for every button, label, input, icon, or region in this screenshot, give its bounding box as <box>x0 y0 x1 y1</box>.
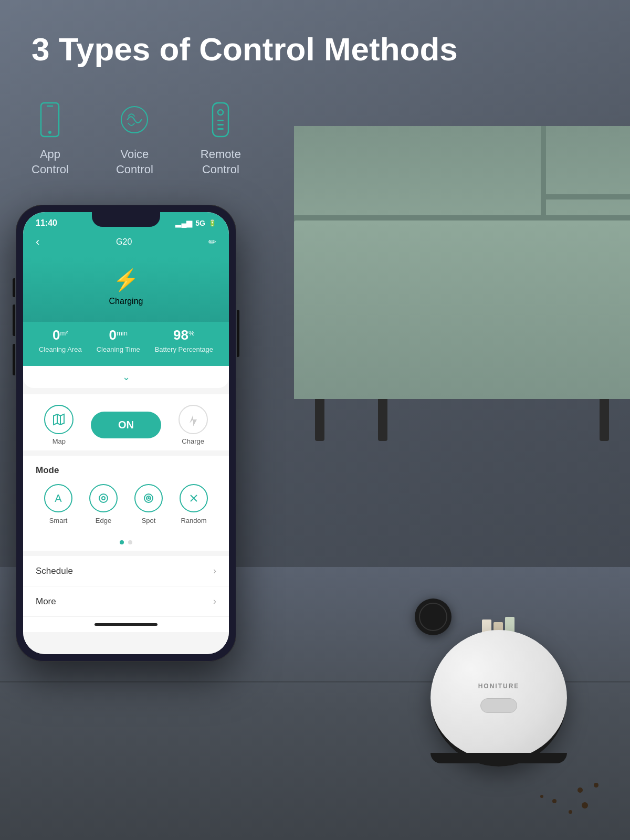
spot-mode-label: Spot <box>142 517 156 524</box>
home-bar <box>23 617 229 632</box>
random-mode-icon <box>180 484 208 512</box>
mode-icons-row: A Smart Edge <box>36 484 216 524</box>
debris-6 <box>540 795 543 798</box>
header-section: 3 Types of Control Methods AppControl <box>32 32 598 177</box>
cleaning-time-value: 0 <box>109 327 116 343</box>
status-time: 11:40 <box>36 218 57 228</box>
schedule-arrow-icon: › <box>213 565 216 576</box>
svg-point-15 <box>148 498 149 499</box>
cleaning-area-value: 0 <box>52 327 60 343</box>
battery-icon: 🔋 <box>208 219 216 227</box>
menu-rows: Schedule › More › <box>23 556 229 617</box>
cabinet-body <box>294 220 630 399</box>
debris-2 <box>552 799 556 803</box>
cleaning-area-unit: m² <box>60 329 68 337</box>
voice-control-label: VoiceControl <box>116 147 153 177</box>
svg-point-2 <box>48 131 51 134</box>
random-mode[interactable]: Random <box>180 484 208 524</box>
controls-row: Map ON Charge <box>23 394 229 450</box>
home-indicator <box>94 623 158 626</box>
phone-mute-button <box>13 278 15 297</box>
phone-screen: 11:40 ▂▄▆ 5G 🔋 ‹ G20 ✏ ⚡ Charging <box>23 212 229 654</box>
svg-point-12 <box>102 497 105 500</box>
remote-control-label: RemoteControl <box>201 147 241 177</box>
edge-mode-label: Edge <box>96 517 111 524</box>
more-arrow-icon: › <box>213 596 216 607</box>
dot-inactive <box>128 540 132 544</box>
charge-icon <box>178 405 208 434</box>
battery-percentage-stat: 98 % Battery Percentage <box>155 327 213 353</box>
map-icon <box>44 405 74 434</box>
charge-button[interactable]: Charge <box>178 405 208 445</box>
edge-mode-icon <box>89 484 118 512</box>
chevron-bar: ⌄ <box>23 366 229 388</box>
network-type: 5G <box>195 219 205 227</box>
debris-3 <box>582 802 588 808</box>
control-item-voice: VoiceControl <box>116 99 153 177</box>
random-mode-label: Random <box>181 517 206 524</box>
status-right: ▂▄▆ 5G 🔋 <box>175 219 216 227</box>
battery-percentage-value: 98 <box>173 327 188 343</box>
chevron-down-icon: ⌄ <box>122 371 130 383</box>
cleaning-time-unit: min <box>117 329 128 337</box>
app-control-label: AppControl <box>32 147 69 177</box>
phone-volume-up-button <box>13 304 15 336</box>
control-item-app: AppControl <box>32 99 69 177</box>
debris-5 <box>594 783 598 788</box>
cleaning-time-stat: 0 min Cleaning Time <box>97 327 140 353</box>
debris-4 <box>569 810 572 814</box>
stats-row: 0 m² Cleaning Area 0 min Cleaning Time 9… <box>23 322 229 366</box>
dot-active <box>120 540 124 544</box>
svg-point-5 <box>218 110 223 115</box>
app-content: ⌄ Map O <box>23 366 229 654</box>
mode-section: Mode A Smart <box>23 456 229 534</box>
edge-mode[interactable]: Edge <box>89 484 118 524</box>
schedule-menu-item[interactable]: Schedule › <box>23 556 229 586</box>
more-label: More <box>36 596 56 607</box>
smart-mode-icon: A <box>44 484 72 512</box>
svg-rect-8 <box>217 128 224 130</box>
charging-section: ⚡ Charging <box>23 257 229 322</box>
app-device-title: G20 <box>116 237 132 247</box>
app-header: ‹ G20 ✏ <box>23 231 229 257</box>
page-title: 3 Types of Control Methods <box>32 32 598 67</box>
cleaning-area-stat: 0 m² Cleaning Area <box>39 327 82 353</box>
signal-bars-icon: ▂▄▆ <box>175 219 192 227</box>
on-button[interactable]: ON <box>91 412 161 438</box>
phone-outer-frame: 11:40 ▂▄▆ 5G 🔋 ‹ G20 ✏ ⚡ Charging <box>16 205 236 662</box>
debris-1 <box>578 788 583 793</box>
pagination-dots <box>23 534 229 551</box>
phone-icon <box>34 99 66 141</box>
cleaning-area-label: Cleaning Area <box>39 345 82 353</box>
battery-percentage-unit: % <box>188 329 195 337</box>
charge-label: Charge <box>182 437 204 445</box>
map-button[interactable]: Map <box>44 405 74 445</box>
control-item-remote: RemoteControl <box>201 99 241 177</box>
voice-icon <box>119 99 150 141</box>
svg-rect-7 <box>217 124 224 125</box>
svg-point-11 <box>99 494 108 502</box>
battery-percentage-label: Battery Percentage <box>155 345 213 353</box>
mode-title: Mode <box>36 465 216 476</box>
smart-mode-label: Smart <box>49 517 68 524</box>
on-btn-label[interactable]: ON <box>91 412 161 438</box>
robot-vacuum: HONITURE <box>430 630 578 777</box>
remote-icon <box>205 99 236 141</box>
charging-bolt-icon: ⚡ <box>113 268 139 292</box>
edit-icon[interactable]: ✏ <box>208 236 216 248</box>
phone-power-button <box>237 310 239 357</box>
phone-notch <box>92 212 160 227</box>
cleaning-time-label: Cleaning Time <box>97 345 140 353</box>
smart-mode[interactable]: A Smart <box>44 484 72 524</box>
phone-mockup: 11:40 ▂▄▆ 5G 🔋 ‹ G20 ✏ ⚡ Charging <box>16 205 236 662</box>
control-methods-row: AppControl VoiceControl <box>32 99 598 177</box>
spot-mode-icon <box>134 484 163 512</box>
more-menu-item[interactable]: More › <box>23 586 229 617</box>
phone-volume-down-button <box>13 344 15 375</box>
spot-mode[interactable]: Spot <box>134 484 163 524</box>
schedule-label: Schedule <box>36 566 73 576</box>
map-label: Map <box>52 437 66 445</box>
back-button[interactable]: ‹ <box>36 235 39 249</box>
svg-rect-6 <box>217 120 224 121</box>
charging-label: Charging <box>109 297 143 306</box>
